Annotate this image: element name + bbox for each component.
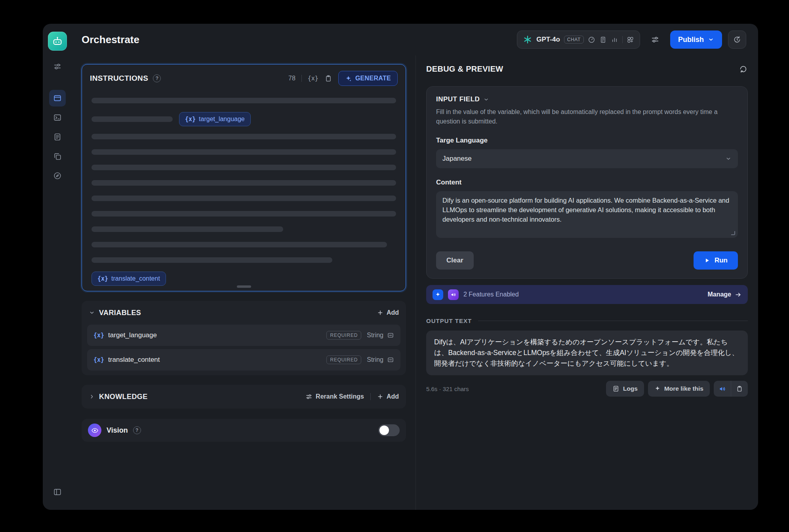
sidebar-item-annotation[interactable] [49, 148, 66, 165]
instructions-skeleton[interactable]: {x} target_language [82, 89, 406, 293]
sliders-icon [305, 393, 313, 400]
sidebar-collapse-button[interactable] [49, 484, 66, 500]
debug-title: DEBUG & PREVIEW [426, 65, 503, 74]
help-icon[interactable]: ? [153, 74, 161, 82]
skeleton-line [91, 149, 396, 155]
knowledge-title: KNOWLEDGE [99, 393, 148, 401]
sidebar-item-settings[interactable] [49, 58, 66, 75]
app-window: Orchestrate GPT-4o CHAT [43, 24, 758, 510]
instructions-header: INSTRUCTIONS ? 78 {x} [82, 65, 406, 89]
skeleton-line [91, 211, 396, 217]
target-language-value: Japanese [442, 155, 472, 163]
sidebar-item-terminal[interactable] [49, 109, 66, 126]
sidebar-item-orchestrate[interactable] [49, 90, 66, 106]
input-field-title: INPUT FIELD [436, 95, 480, 103]
speaker-button[interactable] [714, 381, 731, 397]
insert-variable-button[interactable]: {x} [308, 75, 318, 82]
desktop: { "symbols": { "var": "{x}", "help": "?"… [0, 0, 789, 532]
restart-button[interactable] [739, 65, 748, 74]
skeleton-line [91, 226, 283, 232]
topbar: Orchestrate GPT-4o CHAT [72, 24, 758, 55]
add-knowledge-button[interactable]: Add [377, 393, 399, 400]
string-type-icon[interactable] [387, 356, 394, 363]
orchestrate-panel: INSTRUCTIONS ? 78 {x} [72, 55, 416, 510]
plus-icon [377, 393, 383, 400]
manage-features-button[interactable]: Manage [707, 291, 741, 298]
skeleton-chip-line: {x} translate_content [91, 272, 396, 286]
sparkle-feature-icon [433, 289, 443, 300]
chevron-down-icon [725, 156, 732, 162]
target-language-select[interactable]: Japanese [436, 149, 738, 168]
copy-output-button[interactable] [731, 381, 748, 397]
sidebar-item-explore[interactable] [49, 167, 66, 184]
output-actions: Logs More like this [606, 381, 748, 397]
logs-button[interactable]: Logs [606, 381, 644, 397]
skeleton-line [91, 257, 332, 263]
output-footer: 5.6s · 321 chars Logs [426, 381, 748, 397]
gauge-icon [588, 36, 595, 44]
generate-label: GENERATE [355, 75, 391, 82]
variables-actions: Add [377, 309, 399, 316]
clipboard-icon [736, 385, 743, 392]
document-list-icon [53, 133, 62, 141]
knowledge-header[interactable]: KNOWLEDGE Rerank Settings [87, 388, 400, 405]
divider [301, 75, 302, 82]
output-utility-group [714, 381, 748, 397]
variable-meta: REQUIRED String [326, 331, 394, 340]
skeleton-line [91, 134, 396, 139]
rerank-settings-button[interactable]: Rerank Settings [305, 393, 364, 400]
variable-type: String [367, 356, 394, 363]
variable-row[interactable]: {x} translate_content REQUIRED String [87, 349, 400, 370]
skeleton-chip-line: {x} target_language [91, 112, 396, 126]
sliders-icon [651, 35, 659, 44]
skeleton-line [91, 98, 396, 103]
output-text: Difyは、AIアプリケーションを構築するためのオープンソースプラットフォームで… [426, 331, 748, 375]
model-params-button[interactable] [646, 30, 664, 49]
toggle-knob [379, 426, 389, 435]
run-button[interactable]: Run [694, 251, 738, 270]
page-title: Orchestrate [82, 34, 139, 46]
add-variable-button[interactable]: Add [377, 309, 399, 316]
publish-label: Publish [678, 36, 704, 44]
run-actions: Clear Run [436, 251, 738, 270]
copy-prompt-button[interactable] [324, 74, 332, 82]
history-button[interactable] [728, 30, 746, 49]
skeleton-line [91, 165, 396, 170]
help-icon[interactable]: ? [133, 426, 141, 434]
vision-toggle[interactable] [378, 424, 400, 436]
instructions-title: INSTRUCTIONS [90, 74, 148, 83]
model-selector[interactable]: GPT-4o CHAT [517, 30, 640, 49]
openai-logo-icon [523, 35, 532, 44]
clear-button[interactable]: Clear [436, 251, 474, 270]
app-logo[interactable] [48, 32, 67, 51]
equalizer-icon [611, 36, 618, 44]
input-field-header[interactable]: INPUT FIELD [436, 95, 738, 103]
variable-chip-translate-content[interactable]: {x} translate_content [91, 272, 166, 286]
generate-button[interactable]: GENERATE [338, 71, 398, 86]
resize-handle[interactable] [237, 285, 251, 288]
resize-corner-icon[interactable] [731, 231, 735, 235]
play-icon [704, 257, 710, 264]
more-like-this-button[interactable]: More like this [648, 381, 710, 397]
variable-row[interactable]: {x} target_language REQUIRED String [87, 325, 400, 346]
variable-chip-target-language[interactable]: {x} target_language [179, 112, 251, 126]
sidebar-item-logs[interactable] [49, 129, 66, 145]
content-value: Dify is an open-source platform for buil… [442, 197, 729, 223]
chevron-down-icon [708, 36, 714, 43]
variables-header[interactable]: VARIABLES Add [87, 304, 400, 321]
history-clock-icon [733, 35, 741, 44]
model-name: GPT-4o [536, 36, 560, 44]
content: INSTRUCTIONS ? 78 {x} [72, 55, 758, 510]
variable-meta: REQUIRED String [326, 355, 394, 364]
topbar-actions: GPT-4o CHAT [517, 30, 746, 49]
variables-title: VARIABLES [99, 309, 141, 317]
input-field-card: INPUT FIELD Fill in the value of the var… [426, 86, 748, 279]
string-type-icon[interactable] [387, 332, 394, 339]
window-icon [53, 94, 62, 103]
knowledge-section: KNOWLEDGE Rerank Settings [82, 385, 406, 408]
logs-icon [612, 385, 619, 392]
publish-button[interactable]: Publish [670, 30, 722, 49]
knowledge-actions: Rerank Settings Add [305, 393, 399, 400]
instructions-card: INSTRUCTIONS ? 78 {x} [82, 64, 406, 291]
content-textarea[interactable]: Dify is an open-source platform for buil… [436, 191, 738, 238]
